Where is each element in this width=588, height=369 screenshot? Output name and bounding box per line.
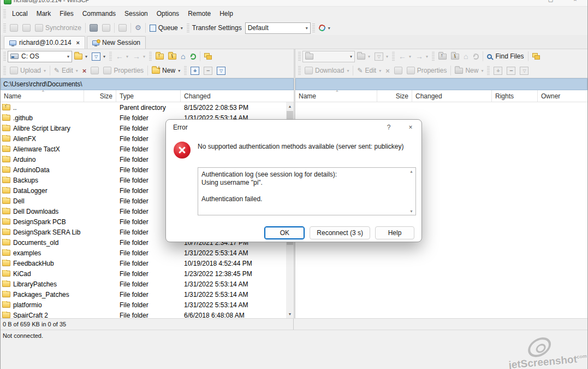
remote-properties-button[interactable]: Properties: [405, 66, 449, 75]
selection-filter-button[interactable]: ▽: [215, 66, 228, 76]
synchronize-button[interactable]: Synchronize: [33, 23, 84, 33]
toolbar-grip[interactable]: [312, 24, 315, 32]
toolbar-grip[interactable]: [184, 66, 187, 75]
remote-delete-button[interactable]: ×: [383, 66, 392, 76]
tree-view-button[interactable]: [202, 52, 214, 61]
remote-path-bar[interactable]: [295, 78, 587, 90]
properties-button[interactable]: Properties: [101, 66, 146, 75]
ok-button[interactable]: OK: [264, 226, 305, 239]
toolbar-grip[interactable]: [392, 52, 395, 61]
menu-files[interactable]: Files: [55, 8, 78, 20]
delete-button[interactable]: ×: [80, 66, 89, 76]
column-header-changed[interactable]: Changed: [181, 90, 286, 102]
home-directory-button[interactable]: ⌂: [179, 51, 187, 61]
scroll-up-icon[interactable]: ▲: [286, 102, 294, 110]
scroll-down-icon[interactable]: ▼: [409, 209, 413, 213]
remote-tree-view-button[interactable]: [530, 52, 542, 61]
drive-select[interactable]: C: OS ▾: [8, 51, 72, 62]
scroll-up-icon[interactable]: ▲: [409, 169, 413, 173]
select-button[interactable]: +: [188, 66, 201, 76]
refresh-button[interactable]: [188, 52, 198, 61]
log-scrollbar[interactable]: ▲ ▼: [407, 168, 415, 215]
dialog-help-icon[interactable]: ?: [378, 124, 400, 131]
find-files-button[interactable]: Find Files: [485, 51, 526, 61]
file-row[interactable]: SpairCraft 2 File folder 6/6/2018 6:48:0…: [1, 310, 286, 318]
upload-button[interactable]: Upload▾: [8, 66, 48, 75]
column-header-type[interactable]: Type: [116, 90, 181, 102]
background-transfers-button[interactable]: [116, 23, 129, 33]
file-row[interactable]: FeedbackHub File folder 10/19/2018 4:52:…: [1, 258, 286, 268]
toolbar-grip[interactable]: [298, 52, 301, 61]
filter-button[interactable]: ▽▾: [90, 51, 108, 62]
compare-directories-button[interactable]: [8, 23, 20, 33]
column-header-owner[interactable]: Owner: [538, 90, 587, 102]
open-terminal-button[interactable]: [87, 23, 100, 33]
transfer-mode-button[interactable]: ▾: [317, 24, 332, 32]
column-header-changed[interactable]: Changed: [412, 90, 492, 102]
transfer-settings-select[interactable]: Default ▾: [245, 22, 311, 34]
toolbar-grip[interactable]: [149, 52, 152, 61]
console-button[interactable]: [100, 23, 112, 33]
remote-unselect-button[interactable]: −: [504, 66, 518, 76]
dialog-close-icon[interactable]: ×: [400, 124, 421, 131]
toolbar-grip[interactable]: [487, 66, 490, 75]
toolbar-grip[interactable]: [109, 52, 112, 61]
local-path-bar[interactable]: C:\Users\rchrd\Documents\: [1, 78, 294, 90]
edit-button[interactable]: ✎Edit▾: [52, 66, 80, 75]
column-header-name[interactable]: Name^: [1, 90, 84, 102]
file-row[interactable]: KiCad File folder 1/23/2022 12:38:45 PM: [1, 268, 286, 279]
queue-button[interactable]: Queue▾: [147, 23, 185, 33]
column-header-name[interactable]: Name^: [295, 90, 377, 102]
close-icon[interactable]: ×: [563, 0, 587, 3]
new-session-tab[interactable]: New Session: [87, 36, 146, 49]
session-tab[interactable]: richard@10.0.214 ×: [4, 36, 85, 49]
maximize-icon[interactable]: ▢: [538, 0, 563, 3]
help-button[interactable]: Help: [375, 226, 414, 239]
toolbar-grip[interactable]: [432, 52, 435, 61]
remote-home-directory-button[interactable]: ⌂: [461, 51, 470, 61]
remote-rename-button[interactable]: [392, 66, 405, 75]
root-directory-button[interactable]: [166, 52, 179, 61]
remote-open-directory-button[interactable]: ▾: [355, 52, 372, 61]
menu-local[interactable]: Local: [8, 8, 32, 20]
menu-mark[interactable]: Mark: [32, 8, 56, 20]
column-header-rights[interactable]: Rights: [492, 90, 538, 102]
remote-edit-button[interactable]: ✎Edit▾: [355, 66, 383, 75]
preferences-button[interactable]: ⚙: [133, 23, 144, 33]
back-button[interactable]: ←▾: [114, 51, 130, 61]
remote-selection-filter-button[interactable]: ▽: [518, 66, 531, 76]
remote-back-button[interactable]: ←▾: [396, 51, 413, 61]
scroll-down-icon[interactable]: ▼: [286, 310, 294, 318]
menu-remote[interactable]: Remote: [183, 8, 215, 20]
dialog-titlebar[interactable]: Error ? ×: [166, 120, 421, 134]
toolbar-grip[interactable]: [3, 24, 6, 32]
toolbar-grip[interactable]: [3, 52, 6, 61]
remote-new-button[interactable]: New▾: [453, 66, 485, 75]
auth-log-box[interactable]: Authentication log (see session log for …: [198, 167, 416, 215]
rename-button[interactable]: [88, 66, 101, 75]
toolbar-grip[interactable]: [187, 24, 189, 32]
toolbar-grip[interactable]: [3, 9, 6, 18]
menu-options[interactable]: Options: [152, 8, 183, 20]
column-header-size[interactable]: Size: [84, 90, 116, 102]
tab-close-icon[interactable]: ×: [76, 39, 80, 46]
remote-refresh-button[interactable]: [471, 52, 481, 61]
remote-root-directory-button[interactable]: [449, 52, 461, 61]
new-button[interactable]: New▾: [150, 66, 182, 75]
parent-directory-button[interactable]: [153, 52, 166, 61]
file-row[interactable]: Packages_Patches File folder 1/31/2022 5…: [1, 289, 286, 300]
toolbar-grip[interactable]: [3, 66, 6, 75]
synchronize-browsing-button[interactable]: [20, 23, 33, 33]
column-header-size[interactable]: Size: [377, 90, 412, 102]
menu-commands[interactable]: Commands: [78, 8, 120, 20]
remote-drive-select[interactable]: ▾: [302, 51, 355, 62]
file-row[interactable]: examples File folder 1/31/2022 5:53:14 A…: [1, 248, 286, 258]
remote-parent-directory-button[interactable]: [436, 52, 449, 61]
unselect-button[interactable]: −: [201, 66, 215, 76]
menu-help[interactable]: Help: [215, 8, 237, 20]
remote-select-button[interactable]: +: [491, 66, 504, 76]
menu-session[interactable]: Session: [120, 8, 152, 20]
reconnect-button[interactable]: Reconnect (3 s): [310, 226, 370, 239]
file-row[interactable]: .. Parent directory 8/15/2022 2:08:53 PM: [1, 102, 286, 113]
forward-button[interactable]: →▾: [130, 51, 147, 61]
